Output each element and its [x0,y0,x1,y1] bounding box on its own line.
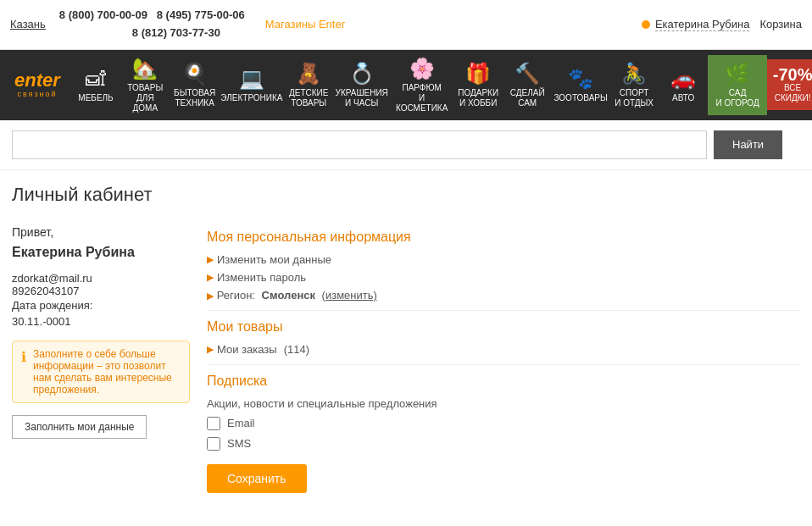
nav-label: ВСЕСКИДКИ! [775,83,811,103]
user-phone: 89262043107 [12,285,190,297]
nav-label: ПОДАРКИИ ХОББИ [458,88,498,108]
page-title: Личный кабинет [12,184,800,206]
kids-icon: 🧸 [296,62,321,86]
arrow-icon: ▶ [207,254,214,265]
searchbar: Найти [0,120,812,170]
email-subscription-row: Email [207,417,800,430]
perfume-icon: 🌸 [409,57,435,80]
appliances-icon: 🍳 [182,62,208,86]
my-goods-title: Мои товары [207,319,800,335]
nav-label: ДЕТСКИЕТОВАРЫ [289,88,328,108]
change-password-label: Изменить пароль [217,271,306,284]
nav-label: ПАРФЮМИ КОСМЕТИКА [395,83,448,114]
logo[interactable]: enter связной [3,66,71,103]
nav-label: СПОРТИ ОТДЫХ [615,88,653,108]
auto-icon: 🚗 [670,67,696,91]
electronics-icon: 💻 [239,67,264,91]
user-full-name: Екатерина Рубина [12,245,135,259]
gifts-icon: 🎁 [465,62,491,86]
nav-item-electronics[interactable]: 💻 ЭЛЕКТРОНИКА [220,60,285,110]
change-password-link[interactable]: ▶ Изменить пароль [207,271,800,284]
left-panel: Привет, Екатерина Рубина zdorkat@mail.ru… [12,223,190,493]
nav-item-garden[interactable]: 🌿 САДИ ОГОРОД [708,55,767,115]
user-online-dot [642,20,650,29]
home-icon: 🏡 [132,57,158,80]
furniture-icon: 🛋 [86,67,106,91]
discount-badge: -70% [773,66,812,83]
main-content: Личный кабинет Привет, Екатерина Рубина … [0,170,812,507]
nav-item-diy[interactable]: 🔨 СДЕЛАЙСАМ [503,55,552,115]
sms-subscription-row: SMS [207,437,800,451]
nav-item-furniture[interactable]: 🛋 МЕБЕЛЬ [71,60,120,110]
nav-label: ЭЛЕКТРОНИКА [220,93,282,103]
user-email: zdorkat@mail.ru [12,272,190,285]
fill-info-prompt: ℹ Заполните о себе больше информации – э… [12,341,190,403]
arrow-icon: ▶ [207,272,214,283]
topbar-right: Екатерина Рубина Корзина [642,18,802,31]
content-layout: Привет, Екатерина Рубина zdorkat@mail.ru… [12,223,800,493]
region-change-link[interactable]: (изменить) [322,289,377,302]
nav-label: ТОВАРЫДЛЯ ДОМА [125,83,165,114]
orders-count: (114) [284,343,309,356]
email-checkbox[interactable] [207,417,220,430]
region-name: Смоленск [262,289,315,302]
email-checkbox-label[interactable]: Email [227,417,255,429]
jewelry-icon: 💍 [349,62,375,86]
change-data-link[interactable]: ▶ Изменить мои данные [207,253,800,266]
change-data-label: Изменить мои данные [217,253,331,266]
diy-icon: 🔨 [514,62,540,86]
nav-label: АВТО [672,93,694,103]
main-navbar: enter связной 🛋 МЕБЕЛЬ 🏡 ТОВАРЫДЛЯ ДОМА … [0,50,812,120]
nav-label: УКРАШЕНИЯИ ЧАСЫ [336,88,388,108]
info-icon: ℹ [21,349,26,396]
sms-checkbox[interactable] [207,437,220,451]
nav-label: САДИ ОГОРОД [716,88,759,108]
right-panel: Моя персональная информация ▶ Изменить м… [207,223,800,493]
sports-icon: 🚴 [621,62,647,86]
sms-checkbox-label[interactable]: SMS [227,437,251,450]
greeting: Привет, Екатерина Рубина [12,223,190,263]
arrow-icon: ▶ [207,291,214,301]
logo-enter: enter [14,71,60,90]
arrow-icon: ▶ [207,344,214,355]
nav-item-auto[interactable]: 🚗 АВТО [659,60,708,110]
subscription-title: Подписка [207,374,800,389]
fill-data-button[interactable]: Заполнить мои данные [12,415,147,439]
nav-item-appliances[interactable]: 🍳 БЫТОВАЯТЕХНИКА [170,55,220,115]
fill-prompt-text: Заполните о себе больше информации – это… [33,348,181,396]
search-input[interactable] [12,130,707,159]
cart-link[interactable]: Корзина [759,18,802,30]
nav-item-sales[interactable]: -70% ВСЕСКИДКИ! [767,59,812,110]
user-birthday: Дата рождения: 30.11.-0001 [12,297,190,330]
orders-label: Мои заказы [217,343,277,356]
stores-link[interactable]: Магазины Enter [265,18,345,30]
my-orders-link[interactable]: ▶ Мои заказы (114) [207,343,800,356]
save-button[interactable]: Сохранить [207,464,307,493]
user-name-label[interactable]: Екатерина Рубина [655,18,750,31]
nav-item-gifts[interactable]: 🎁 ПОДАРКИИ ХОББИ [453,55,503,115]
personal-info-title: Моя персональная информация [207,230,800,245]
city-link[interactable]: Казань [10,18,46,30]
nav-label: БЫТОВАЯТЕХНИКА [174,88,215,108]
region-row: ▶ Регион: Смоленск (изменить) [207,289,800,302]
subscription-text: Акции, новости и специальные предложения [207,397,800,410]
garden-icon: 🌿 [725,62,750,86]
nav-label: СДЕЛАЙСАМ [510,88,545,108]
nav-label: МЕБЕЛЬ [78,93,113,103]
pets-icon: 🐾 [568,67,593,91]
nav-item-jewelry[interactable]: 💍 УКРАШЕНИЯИ ЧАСЫ [333,55,390,115]
nav-label: ЗООТОВАРЫ [553,93,607,103]
user-menu[interactable]: Екатерина Рубина [642,18,750,31]
nav-items: 🛋 МЕБЕЛЬ 🏡 ТОВАРЫДЛЯ ДОМА 🍳 БЫТОВАЯТЕХНИ… [71,50,812,120]
topbar: Казань 8 (800) 700-00-09 8 (495) 775-00-… [0,0,812,50]
search-button[interactable]: Найти [714,130,782,159]
nav-item-pets[interactable]: 🐾 ЗООТОВАРЫ [552,60,609,110]
nav-item-sports[interactable]: 🚴 СПОРТИ ОТДЫХ [609,55,659,115]
phone-numbers: 8 (800) 700-00-09 8 (495) 775-00-06 8 (8… [59,7,245,42]
nav-item-kids[interactable]: 🧸 ДЕТСКИЕТОВАРЫ [284,55,333,115]
logo-sub: связной [17,90,57,98]
nav-item-perfume[interactable]: 🌸 ПАРФЮМИ КОСМЕТИКА [390,50,453,120]
nav-item-home-goods[interactable]: 🏡 ТОВАРЫДЛЯ ДОМА [120,50,170,120]
